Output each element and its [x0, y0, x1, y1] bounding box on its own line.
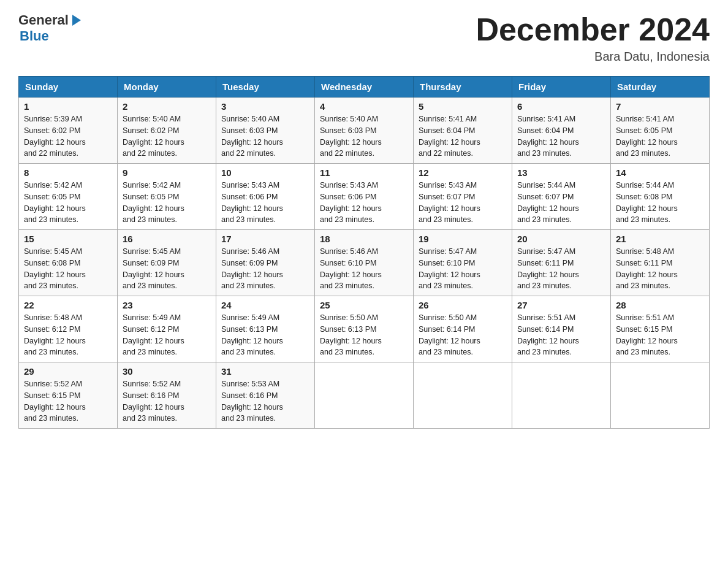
day-info: Sunrise: 5:52 AMSunset: 6:16 PMDaylight:… [123, 378, 211, 424]
day-info: Sunrise: 5:45 AMSunset: 6:09 PMDaylight:… [123, 246, 211, 292]
day-number: 22 [24, 300, 112, 310]
day-number: 29 [24, 366, 112, 377]
weekday-header-wednesday: Wednesday [315, 77, 414, 98]
calendar-cell: 10Sunrise: 5:43 AMSunset: 6:06 PMDayligh… [216, 164, 315, 230]
calendar-cell: 11Sunrise: 5:43 AMSunset: 6:06 PMDayligh… [315, 164, 414, 230]
calendar-body: 1Sunrise: 5:39 AMSunset: 6:02 PMDaylight… [19, 98, 710, 429]
logo-arrow-icon [69, 13, 82, 27]
day-number: 14 [616, 167, 704, 178]
day-number: 16 [123, 234, 211, 244]
calendar-cell [414, 362, 512, 429]
calendar-week-3: 15Sunrise: 5:45 AMSunset: 6:08 PMDayligh… [19, 230, 710, 296]
calendar-cell: 6Sunrise: 5:41 AMSunset: 6:04 PMDaylight… [512, 98, 611, 164]
day-number: 23 [123, 300, 211, 310]
weekday-header-row: SundayMondayTuesdayWednesdayThursdayFrid… [19, 77, 710, 98]
day-info: Sunrise: 5:41 AMSunset: 6:05 PMDaylight:… [616, 113, 704, 159]
day-info: Sunrise: 5:44 AMSunset: 6:07 PMDaylight:… [517, 180, 605, 226]
day-info: Sunrise: 5:42 AMSunset: 6:05 PMDaylight:… [123, 180, 211, 226]
calendar-cell: 21Sunrise: 5:48 AMSunset: 6:11 PMDayligh… [611, 230, 710, 296]
day-number: 18 [320, 234, 408, 244]
calendar-cell: 5Sunrise: 5:41 AMSunset: 6:04 PMDaylight… [414, 98, 512, 164]
calendar-cell: 28Sunrise: 5:51 AMSunset: 6:15 PMDayligh… [611, 296, 710, 362]
calendar-cell: 26Sunrise: 5:50 AMSunset: 6:14 PMDayligh… [414, 296, 512, 362]
calendar-cell: 19Sunrise: 5:47 AMSunset: 6:10 PMDayligh… [414, 230, 512, 296]
weekday-header-monday: Monday [118, 77, 216, 98]
calendar-week-5: 29Sunrise: 5:52 AMSunset: 6:15 PMDayligh… [19, 362, 710, 429]
calendar-cell: 12Sunrise: 5:43 AMSunset: 6:07 PMDayligh… [414, 164, 512, 230]
day-info: Sunrise: 5:49 AMSunset: 6:12 PMDaylight:… [123, 312, 211, 358]
day-info: Sunrise: 5:44 AMSunset: 6:08 PMDaylight:… [616, 180, 704, 226]
day-number: 20 [517, 234, 605, 244]
calendar-cell: 29Sunrise: 5:52 AMSunset: 6:15 PMDayligh… [19, 362, 118, 429]
calendar-cell: 8Sunrise: 5:42 AMSunset: 6:05 PMDaylight… [19, 164, 118, 230]
day-number: 13 [517, 167, 605, 178]
day-info: Sunrise: 5:46 AMSunset: 6:09 PMDaylight:… [221, 246, 309, 292]
calendar-cell: 17Sunrise: 5:46 AMSunset: 6:09 PMDayligh… [216, 230, 315, 296]
calendar-cell: 23Sunrise: 5:49 AMSunset: 6:12 PMDayligh… [118, 296, 216, 362]
day-info: Sunrise: 5:43 AMSunset: 6:07 PMDaylight:… [419, 180, 507, 226]
day-info: Sunrise: 5:45 AMSunset: 6:08 PMDaylight:… [24, 246, 112, 292]
day-info: Sunrise: 5:50 AMSunset: 6:13 PMDaylight:… [320, 312, 408, 358]
day-number: 9 [123, 167, 211, 178]
calendar-cell: 22Sunrise: 5:48 AMSunset: 6:12 PMDayligh… [19, 296, 118, 362]
calendar-cell: 16Sunrise: 5:45 AMSunset: 6:09 PMDayligh… [118, 230, 216, 296]
calendar-cell: 7Sunrise: 5:41 AMSunset: 6:05 PMDaylight… [611, 98, 710, 164]
calendar-week-2: 8Sunrise: 5:42 AMSunset: 6:05 PMDaylight… [19, 164, 710, 230]
day-number: 19 [419, 234, 507, 244]
day-info: Sunrise: 5:40 AMSunset: 6:02 PMDaylight:… [123, 113, 211, 159]
day-info: Sunrise: 5:41 AMSunset: 6:04 PMDaylight:… [517, 113, 605, 159]
day-number: 30 [123, 366, 211, 377]
calendar-cell: 20Sunrise: 5:47 AMSunset: 6:11 PMDayligh… [512, 230, 611, 296]
day-number: 5 [419, 101, 507, 112]
page-title: December 2024 [476, 12, 710, 47]
calendar-cell: 13Sunrise: 5:44 AMSunset: 6:07 PMDayligh… [512, 164, 611, 230]
calendar-cell: 3Sunrise: 5:40 AMSunset: 6:03 PMDaylight… [216, 98, 315, 164]
day-info: Sunrise: 5:51 AMSunset: 6:15 PMDaylight:… [616, 312, 704, 358]
calendar-cell: 14Sunrise: 5:44 AMSunset: 6:08 PMDayligh… [611, 164, 710, 230]
day-number: 1 [24, 101, 112, 112]
day-number: 17 [221, 234, 309, 244]
calendar-cell: 24Sunrise: 5:49 AMSunset: 6:13 PMDayligh… [216, 296, 315, 362]
day-number: 7 [616, 101, 704, 112]
page-subtitle: Bara Datu, Indonesia [476, 50, 710, 64]
day-number: 8 [24, 167, 112, 178]
day-number: 10 [221, 167, 309, 178]
day-info: Sunrise: 5:43 AMSunset: 6:06 PMDaylight:… [221, 180, 309, 226]
weekday-header-thursday: Thursday [414, 77, 512, 98]
logo-blue-text: Blue [20, 28, 82, 44]
header: General Blue December 2024 Bara Datu, In… [18, 12, 710, 64]
day-info: Sunrise: 5:48 AMSunset: 6:11 PMDaylight:… [616, 246, 704, 292]
day-info: Sunrise: 5:43 AMSunset: 6:06 PMDaylight:… [320, 180, 408, 226]
day-number: 25 [320, 300, 408, 310]
day-info: Sunrise: 5:48 AMSunset: 6:12 PMDaylight:… [24, 312, 112, 358]
calendar-cell [512, 362, 611, 429]
day-info: Sunrise: 5:47 AMSunset: 6:10 PMDaylight:… [419, 246, 507, 292]
calendar-cell [315, 362, 414, 429]
calendar-cell: 31Sunrise: 5:53 AMSunset: 6:16 PMDayligh… [216, 362, 315, 429]
day-number: 31 [221, 366, 309, 377]
title-block: December 2024 Bara Datu, Indonesia [476, 12, 710, 64]
day-number: 21 [616, 234, 704, 244]
calendar-cell: 9Sunrise: 5:42 AMSunset: 6:05 PMDaylight… [118, 164, 216, 230]
day-info: Sunrise: 5:42 AMSunset: 6:05 PMDaylight:… [24, 180, 112, 226]
day-info: Sunrise: 5:50 AMSunset: 6:14 PMDaylight:… [419, 312, 507, 358]
svg-marker-0 [72, 15, 81, 26]
calendar-cell: 25Sunrise: 5:50 AMSunset: 6:13 PMDayligh… [315, 296, 414, 362]
calendar-table: SundayMondayTuesdayWednesdayThursdayFrid… [18, 76, 710, 429]
calendar-cell: 18Sunrise: 5:46 AMSunset: 6:10 PMDayligh… [315, 230, 414, 296]
calendar-cell: 4Sunrise: 5:40 AMSunset: 6:03 PMDaylight… [315, 98, 414, 164]
calendar-cell: 1Sunrise: 5:39 AMSunset: 6:02 PMDaylight… [19, 98, 118, 164]
weekday-header-friday: Friday [512, 77, 611, 98]
day-info: Sunrise: 5:49 AMSunset: 6:13 PMDaylight:… [221, 312, 309, 358]
day-info: Sunrise: 5:53 AMSunset: 6:16 PMDaylight:… [221, 378, 309, 424]
day-info: Sunrise: 5:41 AMSunset: 6:04 PMDaylight:… [419, 113, 507, 159]
day-number: 28 [616, 300, 704, 310]
day-info: Sunrise: 5:39 AMSunset: 6:02 PMDaylight:… [24, 113, 112, 159]
day-info: Sunrise: 5:47 AMSunset: 6:11 PMDaylight:… [517, 246, 605, 292]
day-number: 4 [320, 101, 408, 112]
calendar-cell: 27Sunrise: 5:51 AMSunset: 6:14 PMDayligh… [512, 296, 611, 362]
day-number: 26 [419, 300, 507, 310]
day-number: 6 [517, 101, 605, 112]
day-number: 27 [517, 300, 605, 310]
calendar-week-4: 22Sunrise: 5:48 AMSunset: 6:12 PMDayligh… [19, 296, 710, 362]
